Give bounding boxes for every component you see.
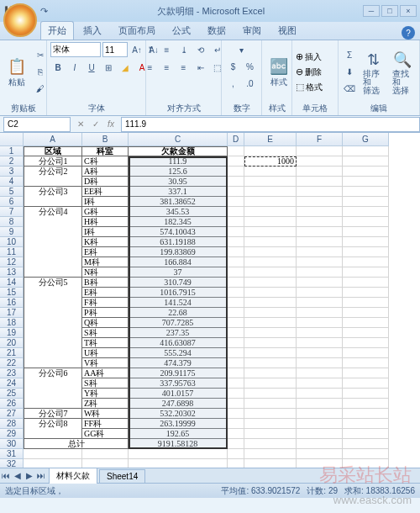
sheet-nav-prev[interactable]: ◀	[12, 470, 24, 482]
tab-view[interactable]: 视图	[270, 21, 304, 40]
col-header[interactable]: B	[82, 133, 129, 146]
format-painter-button[interactable]: 🖌	[33, 82, 48, 97]
sort-filter-button[interactable]: ⇅ 排序和 筛选	[360, 48, 386, 97]
delete-cells-button[interactable]: 删除	[305, 66, 322, 78]
col-header[interactable]: C	[129, 133, 228, 146]
status-bar: 选定目标区域， 平均值: 633.9021572 计数: 29 求和: 1838…	[0, 483, 420, 498]
tab-layout[interactable]: 页面布局	[111, 21, 163, 40]
close-button[interactable]: ×	[400, 5, 417, 17]
tab-insert[interactable]: 插入	[76, 21, 109, 40]
tab-formula[interactable]: 公式	[165, 21, 198, 40]
sheet-nav-first[interactable]: ⏮	[0, 470, 12, 482]
clear-button[interactable]: ⌫	[342, 82, 357, 97]
maximize-button[interactable]: □	[381, 5, 398, 17]
row-header[interactable]: 30	[0, 439, 24, 449]
row-header[interactable]: 21	[0, 348, 24, 358]
paste-button[interactable]: 📋 粘贴	[3, 55, 30, 90]
row-header[interactable]: 25	[0, 389, 24, 399]
indent-dec-button[interactable]: ⇤	[193, 60, 208, 75]
fill-button[interactable]: ⬇	[342, 65, 357, 80]
font-size-select[interactable]	[102, 42, 128, 57]
col-header[interactable]: G	[343, 133, 389, 146]
sheet-nav-next[interactable]: ▶	[24, 470, 35, 482]
row-header[interactable]: 15	[0, 288, 24, 298]
sheet-nav-last[interactable]: ⏭	[35, 470, 47, 482]
row-header[interactable]: 19	[0, 328, 24, 338]
row-header[interactable]: 3	[0, 167, 24, 177]
col-header[interactable]: A	[24, 133, 82, 146]
copy-button[interactable]: ⎘	[33, 65, 48, 80]
styles-button[interactable]: 🔤 样式	[265, 55, 292, 90]
office-button[interactable]	[3, 3, 37, 37]
col-header[interactable]: F	[297, 133, 343, 146]
find-select-button[interactable]: 🔍 查找和 选择	[389, 48, 416, 97]
row-header[interactable]: 14	[0, 278, 24, 288]
row-header[interactable]: 7	[0, 207, 24, 217]
row-header[interactable]: 31	[0, 449, 24, 459]
help-icon[interactable]: ?	[402, 26, 415, 40]
row-header[interactable]: 28	[0, 419, 24, 429]
row-header[interactable]: 1	[0, 146, 24, 156]
underline-button[interactable]: U	[84, 60, 99, 75]
row-header[interactable]: 22	[0, 358, 24, 368]
row-header[interactable]: 4	[0, 177, 24, 187]
inc-decimal-button[interactable]: .0	[243, 76, 258, 91]
row-header[interactable]: 6	[0, 197, 24, 207]
row-header[interactable]: 9	[0, 227, 24, 237]
col-header[interactable]: E	[244, 133, 297, 146]
fill-color-button[interactable]: ◢	[118, 60, 133, 75]
align-top-button[interactable]: ⤒	[143, 42, 158, 57]
row-header[interactable]: 32	[0, 459, 24, 468]
row-header[interactable]: 17	[0, 308, 24, 318]
row-header[interactable]: 27	[0, 409, 24, 419]
row-header[interactable]: 24	[0, 378, 24, 389]
minimize-button[interactable]: ─	[363, 5, 380, 17]
enter-fx-icon[interactable]: ✓	[89, 118, 102, 131]
align-middle-button[interactable]: ≡	[160, 42, 175, 57]
sheet-tab-1[interactable]: 材料欠款	[49, 468, 97, 484]
comma-button[interactable]: ,	[226, 76, 241, 91]
row-header[interactable]: 26	[0, 399, 24, 409]
row-header[interactable]: 2	[0, 156, 24, 167]
italic-button[interactable]: I	[67, 60, 82, 75]
formula-bar[interactable]: 111.9	[121, 117, 420, 132]
tab-home[interactable]: 开始	[40, 21, 74, 40]
row-header[interactable]: 12	[0, 257, 24, 267]
redo-icon[interactable]: ↷	[37, 4, 50, 18]
sheet-tab-2[interactable]: Sheet14	[99, 469, 145, 483]
sum-button[interactable]: Σ	[342, 48, 357, 63]
row-header[interactable]: 10	[0, 237, 24, 247]
align-center-button[interactable]: ≡	[160, 60, 175, 75]
insert-cells-button[interactable]: 插入	[305, 51, 322, 63]
row-header[interactable]: 23	[0, 368, 24, 378]
col-header[interactable]: D	[228, 133, 244, 146]
spreadsheet-grid[interactable]: ABCDEFG1区域科室欠款金额2分公司1C科111.910003分公司2A科1…	[0, 133, 420, 468]
align-left-button[interactable]: ≡	[143, 60, 158, 75]
orientation-button[interactable]: ⟲	[193, 42, 208, 57]
cancel-fx-icon[interactable]: ✕	[74, 118, 87, 131]
number-format-button[interactable]: ▾	[225, 42, 259, 57]
row-header[interactable]: 20	[0, 338, 24, 348]
border-button[interactable]: ⊞	[101, 60, 116, 75]
bold-button[interactable]: B	[50, 60, 66, 75]
tab-review[interactable]: 审阅	[235, 21, 269, 40]
format-cells-button[interactable]: 格式	[306, 82, 323, 93]
row-header[interactable]: 11	[0, 247, 24, 257]
tab-data[interactable]: 数据	[200, 21, 234, 40]
align-right-button[interactable]: ≡	[176, 60, 192, 75]
clipboard-icon: 📋	[7, 56, 27, 77]
row-header[interactable]: 29	[0, 429, 24, 439]
row-header[interactable]: 13	[0, 267, 24, 278]
row-header[interactable]: 16	[0, 298, 24, 308]
row-header[interactable]: 8	[0, 217, 24, 227]
row-header[interactable]: 5	[0, 187, 24, 197]
fx-icon[interactable]: fx	[104, 118, 118, 131]
currency-button[interactable]: $	[226, 59, 241, 74]
cut-button[interactable]: ✂	[33, 48, 48, 63]
align-label: 对齐方式	[150, 102, 218, 115]
percent-button[interactable]: %	[243, 59, 258, 74]
row-header[interactable]: 18	[0, 318, 24, 328]
name-box[interactable]: C2	[3, 117, 71, 132]
font-name-select[interactable]	[50, 42, 101, 57]
align-bottom-button[interactable]: ⤓	[176, 42, 192, 57]
